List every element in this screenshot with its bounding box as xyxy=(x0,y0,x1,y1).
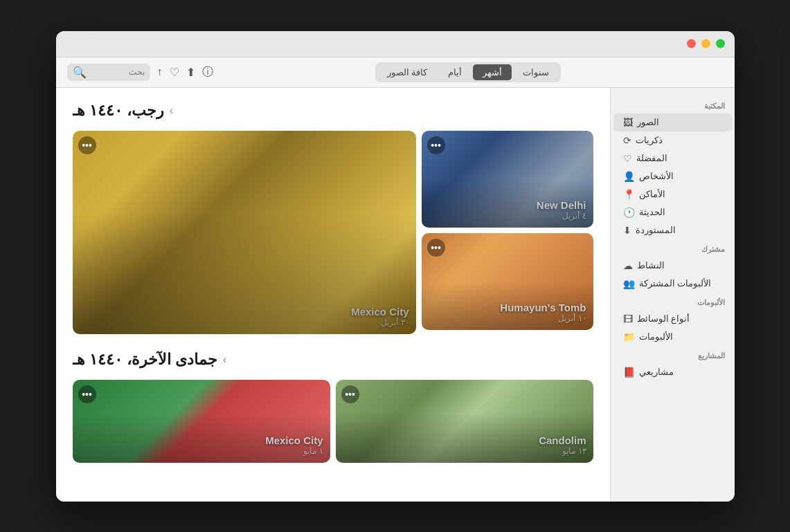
photo-card-mexico-city[interactable]: ••• Mexico City ٣٠ أبريل xyxy=(73,131,416,334)
maximize-button[interactable] xyxy=(716,39,725,48)
more-options-humayun[interactable]: ••• xyxy=(427,239,445,257)
sidebar-recent-icon: 🕐 xyxy=(623,207,635,218)
sidebar-memories-icon: ⟳ xyxy=(623,135,631,146)
section-jumada: › جمادى الآخرة، ١٤٤٠ هـ ••• Candolim ١٣ … xyxy=(73,351,593,463)
sidebar-people-label: الأشخاص xyxy=(639,171,674,181)
favorite-button[interactable]: ♡ xyxy=(170,66,179,79)
sidebar-people-icon: 👤 xyxy=(623,171,635,182)
sidebar-sharing-title: مشترك xyxy=(611,239,735,257)
candolim-date: ١٣ مايو xyxy=(539,446,586,456)
rajab-left-column: ••• New Delhi ٤ أبريل ••• Humayun's Tomb… xyxy=(422,131,593,334)
sidebar-item-photos[interactable]: الصور 🖼 xyxy=(613,113,732,131)
mexico-city-2-name: Mexico City xyxy=(265,434,323,446)
candolim-label: Candolim ١٣ مايو xyxy=(539,434,586,456)
sidebar-albums-label: الألبومات xyxy=(639,331,673,342)
sidebar-photos-label: الصور xyxy=(637,117,659,127)
sidebar-recent-label: الحديثة xyxy=(639,207,665,217)
main-window: 🔍 ↑ ♡ ⬆ ⓘ كافة الصور أيام أشهر سنوات › ر… xyxy=(56,31,735,502)
minimize-button[interactable] xyxy=(701,39,710,48)
chevron-rajab-icon[interactable]: › xyxy=(170,104,173,117)
tab-days[interactable]: أيام xyxy=(438,64,472,80)
toolbar-right: 🔍 ↑ ♡ ⬆ ⓘ xyxy=(67,64,213,81)
sidebar-activity-icon: ☁ xyxy=(623,260,633,271)
sidebar-library-title: المكتبة xyxy=(611,96,735,113)
mexico-city-label: Mexico City ٣٠ أبريل xyxy=(351,306,409,327)
mexico-city-date: ٣٠ أبريل xyxy=(351,318,409,327)
sidebar-item-imported[interactable]: المستوردة ⬇ xyxy=(613,221,732,239)
mexico-city-name: Mexico City xyxy=(351,306,409,318)
search-input[interactable] xyxy=(89,67,145,77)
share-button[interactable]: ↑ xyxy=(157,66,163,78)
sidebar-favorites-icon: ♡ xyxy=(623,153,632,164)
sidebar-shared-albums-icon: 👥 xyxy=(623,278,635,289)
info-button[interactable]: ⓘ xyxy=(202,65,213,80)
photo-card-candolim[interactable]: ••• Candolim ١٣ مايو xyxy=(336,380,593,463)
main-panel: › رجب، ١٤٤٠ هـ ••• New Delhi ٤ أبريل xyxy=(56,88,610,502)
sidebar: المكتبة الصور 🖼 ذكريات ⟳ المفضلة ♡ الأشخ… xyxy=(610,88,735,502)
more-options-candolim[interactable]: ••• xyxy=(341,385,359,403)
mexico-city-2-date: ١ مايو xyxy=(265,446,323,456)
sidebar-my-projects-icon: 📕 xyxy=(623,367,635,378)
photo-card-new-delhi[interactable]: ••• New Delhi ٤ أبريل xyxy=(422,131,593,228)
rajab-photos-grid: ••• New Delhi ٤ أبريل ••• Humayun's Tomb… xyxy=(73,131,593,334)
search-icon: 🔍 xyxy=(73,66,87,79)
upload-button[interactable]: ⬆ xyxy=(186,66,195,79)
sidebar-places-icon: 📍 xyxy=(623,189,635,200)
section-rajab-header: › رجب، ١٤٤٠ هـ xyxy=(73,102,593,120)
candolim-city: Candolim xyxy=(539,434,586,446)
sidebar-item-my-projects[interactable]: مشاريعي 📕 xyxy=(613,363,732,381)
new-delhi-date: ٤ أبريل xyxy=(537,211,586,221)
more-options-mexico2[interactable]: ••• xyxy=(78,385,96,403)
sidebar-item-media-types[interactable]: أنواع الوسائط 🎞 xyxy=(613,310,732,328)
photo-card-mexico-city-2[interactable]: ••• Mexico City ١ مايو xyxy=(73,380,330,463)
sidebar-item-favorites[interactable]: المفضلة ♡ xyxy=(613,149,732,167)
sidebar-memories-label: ذكريات xyxy=(636,135,663,145)
sidebar-photos-icon: 🖼 xyxy=(623,117,633,128)
sidebar-favorites-label: المفضلة xyxy=(636,153,667,163)
tab-bar: كافة الصور أيام أشهر سنوات xyxy=(375,62,562,82)
sidebar-media-types-icon: 🎞 xyxy=(623,313,633,324)
humayun-city: Humayun's Tomb xyxy=(500,302,586,313)
sidebar-item-people[interactable]: الأشخاص 👤 xyxy=(613,167,732,185)
mexico-city-2-label: Mexico City ١ مايو xyxy=(265,434,323,456)
tab-years[interactable]: سنوات xyxy=(513,64,559,80)
section-jumada-header: › جمادى الآخرة، ١٤٤٠ هـ xyxy=(73,351,593,369)
sidebar-item-shared-albums[interactable]: الألبومات المشتركة 👥 xyxy=(613,275,732,293)
search-box[interactable]: 🔍 xyxy=(67,64,150,81)
sidebar-media-types-label: أنواع الوسائط xyxy=(637,313,690,324)
sidebar-item-activity[interactable]: النشاط ☁ xyxy=(613,257,732,275)
sidebar-shared-albums-label: الألبومات المشتركة xyxy=(639,278,712,288)
toolbar: 🔍 ↑ ♡ ⬆ ⓘ كافة الصور أيام أشهر سنوات xyxy=(56,57,735,88)
sidebar-albums-icon: 📁 xyxy=(623,331,635,342)
sidebar-places-label: الأماكن xyxy=(639,189,665,199)
sidebar-projects-title: المشاريع xyxy=(611,346,735,363)
close-button[interactable] xyxy=(687,39,696,48)
sidebar-imported-icon: ⬇ xyxy=(623,225,631,236)
new-delhi-label: New Delhi ٤ أبريل xyxy=(537,199,586,221)
sidebar-activity-label: النشاط xyxy=(637,260,665,270)
section-jumada-title: جمادى الآخرة، ١٤٤٠ هـ xyxy=(73,351,217,369)
sidebar-item-memories[interactable]: ذكريات ⟳ xyxy=(613,131,732,149)
humayun-date: ١٠ أبريل xyxy=(500,313,586,323)
content-area: › رجب، ١٤٤٠ هـ ••• New Delhi ٤ أبريل xyxy=(56,88,735,502)
photo-card-humayun[interactable]: ••• Humayun's Tomb ١٠ أبريل xyxy=(422,233,593,330)
sidebar-my-projects-label: مشاريعي xyxy=(639,367,674,377)
tab-months[interactable]: أشهر xyxy=(473,64,512,80)
sidebar-albums-title: الألبومات xyxy=(611,293,735,310)
new-delhi-city: New Delhi xyxy=(537,199,586,211)
sidebar-item-places[interactable]: الأماكن 📍 xyxy=(613,185,732,203)
more-options-mexico[interactable]: ••• xyxy=(78,136,96,154)
titlebar xyxy=(56,31,735,57)
humayun-label: Humayun's Tomb ١٠ أبريل xyxy=(500,302,586,323)
sidebar-item-recent[interactable]: الحديثة 🕐 xyxy=(613,203,732,221)
jumada-photos-grid: ••• Candolim ١٣ مايو ••• Mexico City ١ م… xyxy=(73,380,593,463)
traffic-lights xyxy=(687,39,725,48)
tab-all-photos[interactable]: كافة الصور xyxy=(377,64,438,80)
more-options-new-delhi[interactable]: ••• xyxy=(427,136,445,154)
sidebar-imported-label: المستوردة xyxy=(636,225,676,235)
section-rajab-title: رجب، ١٤٤٠ هـ xyxy=(73,102,164,120)
sidebar-item-albums[interactable]: الألبومات 📁 xyxy=(613,328,732,346)
chevron-jumada-icon[interactable]: › xyxy=(223,354,226,366)
